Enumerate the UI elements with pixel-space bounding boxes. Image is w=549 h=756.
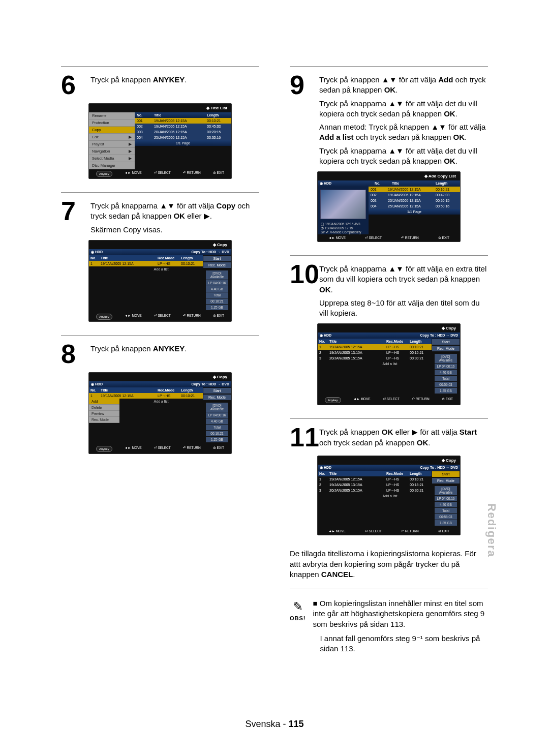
osd-copy-step11: Copy◉ HDDCopy To : HDD → DVDNo.TitleRec.…	[317, 456, 461, 535]
osd-help-bar: ◄► MOVE ⏎ SELECT ↶ RETURN ⊘ EXIT	[318, 234, 460, 241]
step-number: 7	[61, 198, 86, 224]
submenu-item[interactable]: Delete	[89, 405, 119, 411]
divider	[61, 335, 259, 336]
step-text: Tryck på knapparna ▲▼ för att välja Copy…	[90, 201, 259, 222]
menu-item[interactable]: Disc Manager	[89, 162, 135, 169]
table-row[interactable]: 00219/JAN/2005 12:15A00:42:03	[369, 192, 460, 198]
table-row[interactable]: 119/JAN/2005 12:15ALP→HS00:10:21	[318, 344, 432, 350]
divider	[61, 192, 259, 193]
step-8: 8 Tryck på knappen ANYKEY.	[61, 341, 259, 367]
table-row[interactable]: 320/JAN/2005 15:15ALP→HS00:30:21	[318, 355, 432, 361]
step-10: 10 Tryck på knapparna ▲▼ för att välja e…	[290, 261, 488, 318]
side-button[interactable]: Rec. Mode	[203, 262, 231, 268]
side-button[interactable]: Rec. Mode	[432, 478, 460, 483]
menu-item[interactable]: Rename	[89, 112, 135, 119]
table-row[interactable]: 00320/JAN/2005 12:15A00:20:15	[135, 129, 231, 135]
two-column-layout: 6 Tryck på knappen ANYKEY. Title List Re…	[61, 66, 488, 658]
table-row[interactable]: 320/JAN/2005 15:15ALP→HS00:30:21	[318, 488, 432, 493]
step-number: 11	[290, 424, 315, 450]
osd-add-copy-list: Add Copy List ◉ HDD No. Title Length ▢ 1…	[317, 171, 461, 242]
menu-item[interactable]: Edit▶	[89, 134, 135, 141]
menu-item[interactable]: Navigation▶	[89, 148, 135, 155]
osd-title: Copy	[89, 240, 231, 249]
table-row[interactable]: 00119/JAN/2005 12:15A00:10:21	[135, 118, 231, 124]
title-list-menu: RenameProtectionCopyEdit▶Playlist▶Naviga…	[89, 112, 135, 169]
osd-title: Copy	[318, 456, 460, 465]
divider	[290, 418, 488, 419]
note-icon: ✎	[290, 598, 306, 615]
preview-thumbnail	[320, 190, 366, 219]
note-label: OBS!	[290, 615, 306, 622]
osd-help-bar: Anykey◄► MOVE⏎ SELECT↶ RETURN⊘ EXIT	[318, 396, 460, 405]
table-row[interactable]: 119/JAN/2005 12:15ALP→HS00:10:21	[318, 476, 432, 482]
table-row[interactable]: 219/JAN/2005 13:15ALP→HS00:15:21	[318, 482, 432, 488]
step-text: Upprepa steg 8~10 för att välja den tite…	[319, 298, 488, 319]
osd-title-list: Title List RenameProtectionCopyEdit▶Play…	[88, 103, 232, 179]
table-row[interactable]: 219/JAN/2005 13:15ALP→HS00:15:21	[318, 350, 432, 355]
side-button[interactable]: Rec. Mode	[432, 346, 460, 351]
menu-item[interactable]: Playlist▶	[89, 141, 135, 148]
add-a-list[interactable]: Add a list	[119, 399, 203, 423]
step-text: Skärmen Copy visas.	[90, 225, 259, 235]
add-a-list[interactable]: Add a list	[119, 266, 203, 271]
divider	[290, 66, 488, 67]
step-text: Tryck på knappen ANYKEY.	[90, 75, 187, 85]
step-text: Annan metod: Tryck på knappen ▲▼ för att…	[319, 122, 488, 143]
divider	[290, 589, 488, 589]
step-6: 6 Tryck på knappen ANYKEY.	[61, 72, 259, 98]
add-a-list[interactable]: Add a list	[348, 361, 432, 366]
divider	[290, 255, 488, 256]
table-row[interactable]: 00320/JAN/2005 12:15A00:20:15	[369, 198, 460, 203]
step-text: Tryck på knapparna ▲▼ för att välja en e…	[319, 264, 488, 295]
osd-copy-step7: Copy◉ HDDCopy To : HDD → DVDNo.TitleRec.…	[88, 240, 232, 322]
note-box: ✎ OBS! ■ Om kopieringslistan innehåller …	[290, 598, 488, 658]
step-11-after-text: De tillagda titellistorna i kopieringsli…	[290, 549, 488, 580]
left-column: 6 Tryck på knappen ANYKEY. Title List Re…	[61, 66, 259, 658]
table-row[interactable]: 119/JAN/2005 12:15ALP→HS00:10:21	[89, 393, 203, 399]
osd-title: Add Copy List	[318, 172, 460, 180]
step-number: 6	[61, 72, 86, 98]
table-row[interactable]: 00119/JAN/2005 12:15A00:10:21	[369, 187, 460, 192]
submenu-item[interactable]: Add	[89, 399, 119, 405]
side-tab: Redigera	[485, 503, 498, 557]
step-9: 9 Tryck på knappen ▲▼ för att välja Add …	[290, 72, 488, 166]
side-button[interactable]: Rec. Mode	[203, 395, 231, 400]
menu-item[interactable]: Protection	[89, 119, 135, 127]
side-button[interactable]: Start	[203, 256, 231, 261]
table-row[interactable]: 00219/JAN/2005 12:15A00:45:03	[135, 124, 231, 129]
note-line: I annat fall genomförs steg 9⁻¹ som besk…	[313, 633, 489, 654]
osd-title: Title List	[89, 104, 231, 112]
menu-item[interactable]: Copy	[89, 127, 135, 134]
step-text: Tryck på knappen ANYKEY.	[90, 344, 187, 354]
osd-help-bar: Anykey◄► MOVE⏎ SELECT↶ RETURN⊘ EXIT	[89, 312, 231, 321]
page: 6 Tryck på knappen ANYKEY. Title List Re…	[0, 0, 549, 756]
step-number: 9	[290, 72, 315, 98]
submenu-item[interactable]: Rec. Mode	[89, 417, 119, 423]
table-row[interactable]: 119/JAN/2005 12:15ALP→HS00:10:21	[89, 261, 203, 266]
step-text: Tryck på knappen ▲▼ för att välja Add oc…	[319, 75, 488, 96]
osd-title: Copy	[318, 324, 460, 332]
side-button[interactable]: Start	[432, 471, 460, 477]
step-number: 10	[290, 261, 315, 287]
step-text: Tryck på knapparna ▲▼ för att välja det …	[319, 99, 488, 119]
add-a-list[interactable]: Add a list	[348, 493, 432, 498]
page-footer: Svenska - 115	[0, 719, 549, 730]
osd-title: Copy	[89, 373, 231, 381]
note-line: ■ Om kopieringslistan innehåller minst e…	[313, 598, 489, 629]
osd-help-bar: Anykey ◄► MOVE ⏎ SELECT ↶ RETURN ⊘ EXIT	[89, 169, 231, 178]
context-submenu: AddDeletePreviewRec. Mode	[89, 399, 119, 423]
submenu-item[interactable]: Preview	[89, 411, 119, 417]
osd-copy-step8: Copy◉ HDDCopy To : HDD → DVDNo.TitleRec.…	[88, 372, 232, 454]
osd-copy-step10: Copy◉ HDDCopy To : HDD → DVDNo.TitleRec.…	[317, 323, 461, 405]
step-text: Tryck på knapparna ▲▼ för att välja det …	[319, 146, 488, 167]
menu-item[interactable]: Select Media▶	[89, 155, 135, 162]
right-column: 9 Tryck på knappen ▲▼ för att välja Add …	[290, 66, 488, 658]
divider	[61, 66, 259, 67]
table-row[interactable]: 00425/JAN/2005 12:15A00:50:16	[369, 203, 460, 209]
step-number: 8	[61, 341, 86, 367]
side-button[interactable]: Start	[432, 339, 460, 345]
table-row[interactable]: 00425/JAN/2005 12:15A00:30:16	[135, 135, 231, 140]
step-text: Tryck på knappen OK eller ▶ för att välj…	[319, 427, 488, 448]
osd-help-bar: ◄► MOVE⏎ SELECT↶ RETURN⊘ EXIT	[318, 528, 460, 535]
side-button[interactable]: Start	[203, 388, 231, 394]
